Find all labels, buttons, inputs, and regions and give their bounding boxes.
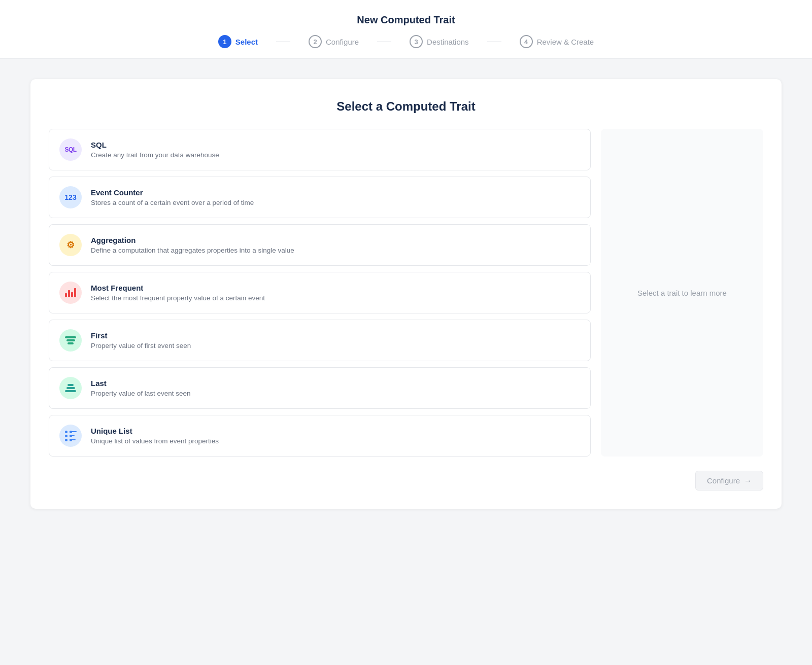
- trait-desc-unique-list: Unique list of values from event propert…: [91, 437, 219, 445]
- trait-icon-aggregation: ⚙: [59, 234, 82, 256]
- step-1-num: 1: [218, 35, 231, 48]
- arrow-icon: →: [744, 476, 752, 485]
- page-title: New Computed Trait: [0, 14, 812, 26]
- trait-desc-sql: Create any trait from your data warehous…: [91, 151, 219, 159]
- trait-icon-most-frequent: [59, 282, 82, 304]
- trait-name-event-counter: Event Counter: [91, 188, 254, 197]
- side-panel-placeholder: Select a trait to learn more: [637, 289, 727, 297]
- step-2[interactable]: 2 Configure: [309, 35, 359, 48]
- step-1-label: Select: [235, 38, 258, 46]
- step-3[interactable]: 3 Destinations: [410, 35, 469, 48]
- step-2-num: 2: [309, 35, 322, 48]
- trait-desc-last: Property value of last event seen: [91, 390, 191, 397]
- card-title: Select a Computed Trait: [49, 99, 763, 114]
- bars-icon: [65, 288, 76, 297]
- trait-item-last[interactable]: Last Property value of last event seen: [49, 367, 591, 409]
- card-footer: Configure →: [49, 471, 763, 491]
- page-header: New Computed Trait 1 Select 2 Configure …: [0, 0, 812, 59]
- step-4-label: Review & Create: [537, 38, 594, 46]
- step-3-label: Destinations: [427, 38, 469, 46]
- main-card: Select a Computed Trait SQL SQL Create a…: [30, 79, 782, 509]
- step-separator-3: [487, 42, 501, 42]
- trait-desc-event-counter: Stores a count of a certain event over a…: [91, 199, 254, 206]
- trait-item-aggregation[interactable]: ⚙ Aggregation Define a computation that …: [49, 224, 591, 266]
- side-panel: Select a trait to learn more: [601, 129, 763, 457]
- trait-item-first[interactable]: First Property value of first event seen: [49, 320, 591, 361]
- trait-item-most-frequent[interactable]: Most Frequent Select the most frequent p…: [49, 272, 591, 313]
- step-4-num: 4: [520, 35, 533, 48]
- trait-name-last: Last: [91, 379, 191, 388]
- trait-name-unique-list: Unique List: [91, 427, 219, 435]
- trait-icon-sql: SQL: [59, 138, 82, 161]
- step-1[interactable]: 1 Select: [218, 35, 258, 48]
- trait-name-aggregation: Aggregation: [91, 236, 294, 244]
- trait-item-sql[interactable]: SQL SQL Create any trait from your data …: [49, 129, 591, 170]
- trait-info-first: First Property value of first event seen: [91, 331, 191, 349]
- card-body: SQL SQL Create any trait from your data …: [49, 129, 763, 457]
- step-separator-2: [377, 42, 391, 42]
- trait-icon-last: [59, 377, 82, 399]
- trait-name-sql: SQL: [91, 141, 219, 149]
- layers-icon: [65, 336, 76, 344]
- trait-icon-first: [59, 329, 82, 352]
- trait-item-unique-list[interactable]: Unique List Unique list of values from e…: [49, 415, 591, 457]
- trait-icon-unique-list: [59, 425, 82, 447]
- step-4[interactable]: 4 Review & Create: [520, 35, 594, 48]
- trait-info-last: Last Property value of last event seen: [91, 379, 191, 397]
- trait-info-event-counter: Event Counter Stores a count of a certai…: [91, 188, 254, 206]
- trait-icon-event-counter: 123: [59, 186, 82, 208]
- steps-nav: 1 Select 2 Configure 3 Destinations 4 Re…: [0, 35, 812, 48]
- trait-list: SQL SQL Create any trait from your data …: [49, 129, 591, 457]
- trait-desc-aggregation: Define a computation that aggregates pro…: [91, 247, 294, 254]
- trait-desc-first: Property value of first event seen: [91, 342, 191, 349]
- trait-name-most-frequent: Most Frequent: [91, 284, 265, 292]
- trait-desc-most-frequent: Select the most frequent property value …: [91, 294, 265, 302]
- trait-info-aggregation: Aggregation Define a computation that ag…: [91, 236, 294, 254]
- gear-icon: ⚙: [66, 239, 75, 251]
- step-2-label: Configure: [326, 38, 359, 46]
- list-icon: [65, 431, 77, 441]
- step-3-num: 3: [410, 35, 423, 48]
- layers-last-icon: [65, 384, 76, 392]
- trait-info-sql: SQL Create any trait from your data ware…: [91, 141, 219, 159]
- step-separator-1: [276, 42, 290, 42]
- trait-info-unique-list: Unique List Unique list of values from e…: [91, 427, 219, 445]
- trait-item-event-counter[interactable]: 123 Event Counter Stores a count of a ce…: [49, 177, 591, 218]
- trait-info-most-frequent: Most Frequent Select the most frequent p…: [91, 284, 265, 302]
- configure-label: Configure: [707, 476, 740, 485]
- trait-name-first: First: [91, 331, 191, 340]
- main-content: Select a Computed Trait SQL SQL Create a…: [0, 59, 812, 529]
- configure-button[interactable]: Configure →: [695, 471, 763, 491]
